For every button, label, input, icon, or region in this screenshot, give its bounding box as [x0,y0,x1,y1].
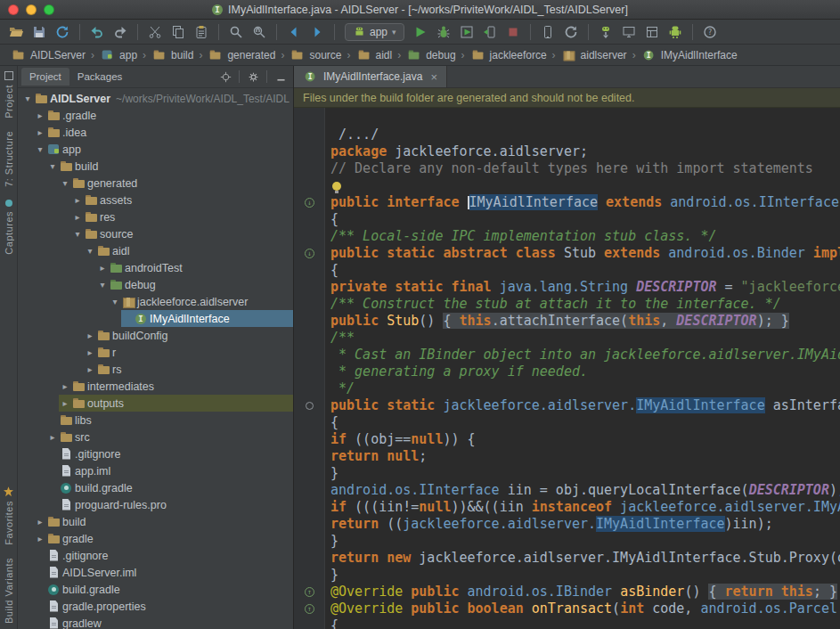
minimize-button[interactable] [26,4,37,15]
tree-item[interactable]: ▸rs [84,361,293,378]
tree-expand-arrow-icon[interactable]: ▸ [46,432,59,442]
forward-icon[interactable] [306,22,328,42]
tree-collapse-arrow-icon[interactable]: ▾ [46,161,59,171]
breadcrumb-item[interactable]: debug [404,49,457,61]
tree-item[interactable]: IMyAidlInterface [121,310,293,327]
tree-row[interactable]: ▸assets [18,192,293,208]
close-button[interactable] [8,4,19,15]
tree-collapse-arrow-icon[interactable]: ▾ [59,178,71,188]
code-line[interactable]: return null; [325,448,840,465]
tree-expand-arrow-icon[interactable]: ▸ [84,347,96,357]
attach-icon[interactable] [479,22,501,42]
code-lines[interactable]: /.../package jackleeforce.aidlserver;// … [294,108,840,629]
back-icon[interactable] [283,22,305,42]
code-line[interactable]: return new jackleeforce.aidlserver.IMyAi… [325,550,840,567]
intention-bulb-icon[interactable] [332,182,341,191]
tree-item[interactable]: ▸build [34,513,293,530]
tree-expand-arrow-icon[interactable]: ▸ [34,110,46,120]
tree-item[interactable]: ▸.gradle [34,107,293,124]
tree-item[interactable]: AIDLServer.iml [34,564,293,581]
code-line[interactable]: * Cast an IBinder object into an jacklee… [325,347,840,364]
tree-item[interactable]: ▾aidl [84,242,293,259]
code-line[interactable]: private static final java.lang.String DE… [325,279,840,296]
code-line[interactable]: package jackleeforce.aidlserver; [325,143,840,160]
breadcrumb-item[interactable]: source [288,49,343,61]
tree-expand-arrow-icon[interactable]: ▸ [59,381,71,391]
tree-row[interactable]: ▾source [18,225,293,242]
undo-icon[interactable] [86,22,108,42]
redo-icon[interactable] [110,22,131,42]
tree-item[interactable]: ▸buildConfig [84,327,293,344]
tree-item[interactable]: ▸src [46,429,293,445]
tool-stripe-captures[interactable]: Captures [4,200,14,255]
tree-row[interactable]: ▸.idea [18,124,293,141]
code-line[interactable]: } [325,465,840,482]
tool-stripe-favorites[interactable]: Favorites [4,486,14,545]
tree-row[interactable]: ▸res [18,208,293,225]
gutter[interactable]: ↓ [294,249,325,258]
gutter[interactable]: ↑ [294,587,325,597]
tree-row[interactable]: ▾build [18,158,293,175]
target-icon[interactable] [216,69,234,85]
tree-item[interactable]: libs [46,412,293,429]
paste-icon[interactable] [191,22,212,42]
tree-row[interactable]: IMyAidlInterface [18,310,293,327]
tree-row[interactable]: gradlew [18,615,293,629]
help-icon[interactable]: ? [699,22,721,42]
find-icon[interactable] [225,22,247,42]
tree-row[interactable]: ▸androidTest [18,259,293,276]
sync-icon[interactable] [52,22,73,42]
tree-row[interactable]: ▸r [18,344,293,361]
tree-item[interactable]: ▸intermediates [59,378,293,395]
gear-icon[interactable] [244,69,262,85]
code-line[interactable]: { [325,617,840,629]
tree-row[interactable]: ▾debug [18,276,293,293]
tree-item[interactable]: ▸androidTest [96,259,293,276]
tool-stripe-project[interactable]: Project [4,71,14,118]
breadcrumb-item[interactable]: IMyAidlInterface [640,49,739,61]
gradle-sync-icon[interactable] [560,22,582,42]
code-line[interactable]: @Override public boolean onTransact(int … [325,600,840,617]
tree-collapse-arrow-icon[interactable]: ▾ [21,94,34,103]
tree-row[interactable]: AIDLServer.iml [18,564,293,581]
gutter[interactable]: ↑ [294,604,325,614]
breadcrumb-item[interactable]: aidl [355,49,395,61]
tree-row[interactable]: ▸intermediates [18,378,293,395]
tree-expand-arrow-icon[interactable]: ▸ [34,534,46,543]
code-line[interactable]: /.../ [325,127,840,143]
tree-collapse-arrow-icon[interactable]: ▾ [84,246,96,256]
tree-row[interactable]: ▸.gradle [18,107,293,124]
code-line[interactable]: return ((jackleeforce.aidlserver.IMyAidl… [325,516,840,533]
cut-icon[interactable] [144,22,166,42]
tree-row[interactable]: .gitignore [18,445,293,462]
tree-row[interactable]: .gitignore [18,547,293,564]
tree-item[interactable]: proguard-rules.pro [46,496,293,513]
tree-item[interactable]: gradlew [34,615,293,629]
run-icon[interactable] [410,22,431,42]
tree-item[interactable]: build.gradle [34,581,293,598]
tree-expand-arrow-icon[interactable]: ▸ [84,364,96,374]
tree-row[interactable]: gradle.properties [18,598,293,615]
debug-icon[interactable] [433,22,454,42]
tree-expand-arrow-icon[interactable]: ▸ [71,195,84,205]
hide-icon[interactable] [272,69,290,85]
code-line[interactable]: } [325,533,840,550]
breadcrumb-item[interactable]: generated [206,49,277,61]
tree-item[interactable]: ▸r [84,344,293,361]
tree-row[interactable]: ▸buildConfig [18,327,293,344]
tree-row[interactable]: libs [18,412,293,429]
tree-collapse-arrow-icon[interactable]: ▾ [71,229,84,239]
tree-row[interactable]: build.gradle [18,581,293,598]
code-line[interactable] [325,177,840,194]
code-line[interactable]: public static abstract class Stub extend… [325,245,840,262]
tree-row[interactable]: ▸src [18,429,293,445]
replace-icon[interactable] [249,22,270,42]
open-icon[interactable] [5,22,27,42]
implemented-marker-icon[interactable]: ↓ [305,198,314,208]
code-line[interactable]: android.os.IInterface iin = obj.queryLoc… [325,482,840,499]
panel-tab-project[interactable]: Project [21,68,69,86]
tree-row[interactable]: ▸outputs [18,395,293,412]
code-line[interactable]: @Override public android.os.IBinder asBi… [325,584,840,600]
tree-item[interactable]: build.gradle [46,479,293,496]
tree-item[interactable]: ▸.idea [34,124,293,141]
